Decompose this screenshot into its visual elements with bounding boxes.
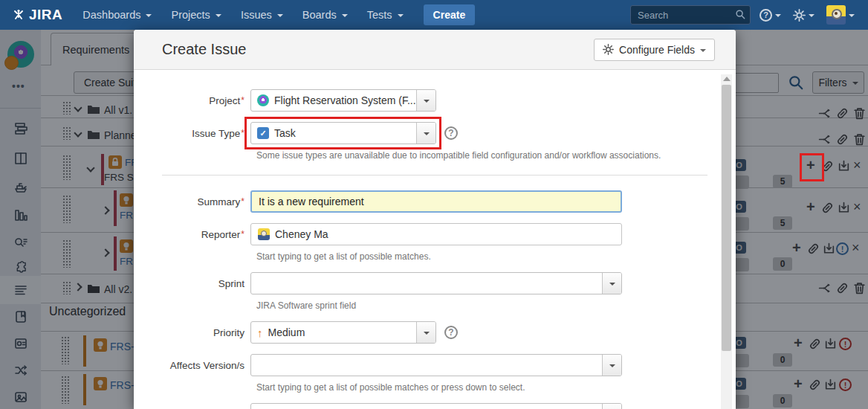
chevron-down-icon xyxy=(849,14,855,17)
create-button[interactable]: Create xyxy=(424,4,476,25)
menu-label: Boards xyxy=(302,9,337,21)
menu-label: Issues xyxy=(241,9,272,21)
priority-medium-icon xyxy=(257,326,263,339)
help-icon[interactable] xyxy=(444,326,458,339)
chevron-down-icon xyxy=(216,14,221,17)
field-label: Priority xyxy=(134,327,250,338)
dropdown-arrow-button[interactable] xyxy=(416,90,435,111)
dialog-scrollbar[interactable] xyxy=(721,74,732,409)
affects-versions-hint: Start typing to get a list of possible m… xyxy=(256,382,736,393)
chevron-down-icon xyxy=(146,14,152,17)
dialog-body: Project* Flight Reservation System (F...… xyxy=(134,70,736,409)
chevron-down-icon xyxy=(277,14,283,17)
nav-menu-issues[interactable]: Issues xyxy=(231,0,293,30)
gear-icon xyxy=(603,44,614,55)
chevron-down-icon xyxy=(424,132,430,135)
chevron-down-icon xyxy=(700,49,706,52)
required-marker: * xyxy=(241,229,244,239)
issue-type-field-row: Issue Type* Task xyxy=(134,122,736,144)
field-label: Sprint xyxy=(134,278,250,289)
chevron-down-icon xyxy=(424,332,430,335)
top-navigation-bar: JIRA Dashboards Projects Issues Boards T… xyxy=(0,0,868,30)
priority-select[interactable]: Medium xyxy=(250,321,436,344)
required-marker: * xyxy=(241,95,244,106)
summary-field-row: Summary* xyxy=(134,190,736,213)
dropdown-arrow-button[interactable] xyxy=(602,355,621,376)
reporter-avatar xyxy=(258,228,270,240)
project-avatar-icon xyxy=(257,94,269,106)
menu-label: Projects xyxy=(171,9,210,21)
admin-menu[interactable] xyxy=(790,9,817,22)
issue-type-value: Task xyxy=(274,127,296,139)
affects-versions-select[interactable] xyxy=(250,354,622,376)
chevron-down-icon xyxy=(609,283,615,286)
configure-fields-button[interactable]: Configure Fields xyxy=(594,39,715,61)
button-label: Configure Fields xyxy=(619,44,695,56)
create-issue-dialog: Create Issue Configure Fields Project* F… xyxy=(134,30,736,409)
search-icon xyxy=(735,9,746,23)
field-label: Issue Type* xyxy=(134,128,250,139)
dropdown-arrow-button[interactable] xyxy=(416,123,435,144)
help-icon[interactable] xyxy=(444,126,458,140)
fix-versions-field-row: Fix Version/s xyxy=(134,403,736,409)
field-label: Reporter* xyxy=(134,229,250,240)
gear-icon xyxy=(793,9,806,22)
brand-label: JIRA xyxy=(29,7,62,23)
search-input[interactable] xyxy=(630,5,751,25)
profile-menu[interactable] xyxy=(823,5,858,25)
required-marker: * xyxy=(241,196,244,207)
issue-type-select[interactable]: Task xyxy=(250,122,436,144)
dropdown-arrow-button[interactable] xyxy=(602,273,621,294)
project-field-row: Project* Flight Reservation System (F... xyxy=(134,89,736,112)
annotation-box xyxy=(800,153,824,181)
scrollbar-thumb[interactable] xyxy=(722,85,731,351)
menu-label: Dashboards xyxy=(82,9,140,21)
screen: JIRA Dashboards Projects Issues Boards T… xyxy=(0,0,868,409)
priority-field-row: Priority Medium xyxy=(134,321,736,344)
reporter-input[interactable]: Cheney Ma xyxy=(250,223,622,245)
field-label: Affects Version/s xyxy=(134,360,250,371)
field-label: Summary* xyxy=(134,196,250,207)
sprint-select[interactable] xyxy=(250,272,622,294)
nav-menu-projects[interactable]: Projects xyxy=(161,0,230,30)
field-label: Project* xyxy=(134,95,250,106)
scroll-up-arrow[interactable] xyxy=(723,77,731,81)
dialog-title: Create Issue xyxy=(162,41,246,58)
menu-label: Tests xyxy=(367,9,392,21)
chevron-down-icon xyxy=(809,14,814,17)
fix-versions-select[interactable] xyxy=(250,403,622,409)
dropdown-arrow-button[interactable] xyxy=(602,404,621,409)
project-select[interactable]: Flight Reservation System (F... xyxy=(250,89,436,112)
help-icon xyxy=(760,9,772,22)
nav-menu-boards[interactable]: Boards xyxy=(293,0,357,30)
quick-search xyxy=(630,5,751,25)
dialog-header: Create Issue Configure Fields xyxy=(134,30,736,70)
project-value: Flight Reservation System (F... xyxy=(274,94,416,106)
sprint-field-row: Sprint xyxy=(134,272,736,294)
nav-menu-dashboards[interactable]: Dashboards xyxy=(73,0,161,30)
task-type-icon xyxy=(257,127,269,139)
divider xyxy=(162,175,707,175)
nav-menu-tests[interactable]: Tests xyxy=(357,0,413,30)
reporter-hint: Start typing to get a list of possible m… xyxy=(256,251,736,262)
jira-logo[interactable]: JIRA xyxy=(0,7,73,23)
dropdown-arrow-button[interactable] xyxy=(416,322,435,343)
chevron-down-icon xyxy=(342,14,348,17)
jira-mascot-icon xyxy=(12,8,25,22)
chevron-down-icon xyxy=(775,14,781,17)
issue-type-hint: Some issue types are unavailable due to … xyxy=(256,150,736,161)
chevron-down-icon xyxy=(424,100,430,103)
help-menu[interactable] xyxy=(757,9,784,22)
user-avatar xyxy=(826,5,846,25)
summary-input[interactable] xyxy=(250,190,622,213)
affects-versions-field-row: Affects Version/s xyxy=(134,354,736,376)
required-marker: * xyxy=(241,128,244,138)
sprint-hint: JIRA Software sprint field xyxy=(256,300,736,311)
chevron-down-icon xyxy=(398,14,404,17)
chevron-down-icon xyxy=(609,364,615,367)
reporter-value: Cheney Ma xyxy=(275,228,328,240)
reporter-field-row: Reporter* Cheney Ma xyxy=(134,223,736,245)
priority-value: Medium xyxy=(268,326,305,338)
